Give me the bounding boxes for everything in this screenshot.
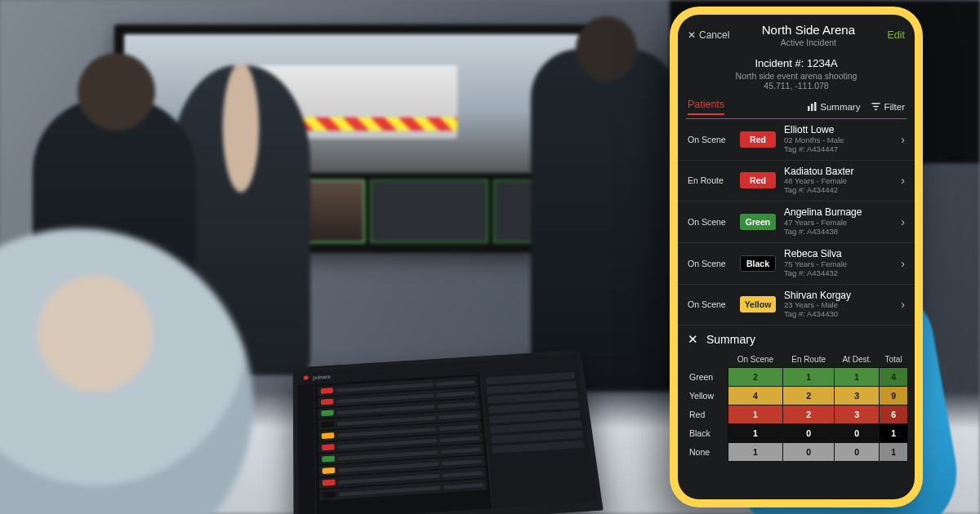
patient-name: Elliott Lowe xyxy=(784,125,893,136)
summary-cell: 4 xyxy=(880,368,908,387)
patient-tag-id: Tag #: A434430 xyxy=(784,310,893,319)
summary-cell: 1 xyxy=(880,424,908,443)
summary-row: Black1001 xyxy=(684,424,908,443)
patient-info: Angelina Burnage47 Years - FemaleTag #: … xyxy=(784,207,893,237)
summary-col-header: Total xyxy=(880,352,908,368)
patient-row[interactable]: On SceneGreenAngelina Burnage47 Years - … xyxy=(678,202,915,243)
cancel-label: Cancel xyxy=(699,29,729,41)
summary-row: None1001 xyxy=(684,443,908,462)
summary-label: Summary xyxy=(820,102,860,112)
chevron-right-icon: › xyxy=(901,174,905,187)
summary-cell: 1 xyxy=(782,368,834,387)
edit-button[interactable]: Edit xyxy=(887,29,905,41)
tab-bar: Patients Summary Filter xyxy=(678,99,915,118)
summary-row: Yellow4239 xyxy=(684,387,908,405)
filter-button[interactable]: Filter xyxy=(871,102,905,113)
summary-cell: 6 xyxy=(880,405,908,424)
patient-status: On Scene xyxy=(688,299,732,309)
patient-info: Shirvan Korgay23 Years - MaleTag #: A434… xyxy=(784,290,893,320)
summary-cell: 1 xyxy=(835,368,880,387)
triage-tag: Red xyxy=(740,172,776,188)
patient-name: Shirvan Korgay xyxy=(784,290,893,302)
screen-header: ✕ Cancel North Side Arena Active Inciden… xyxy=(678,15,915,52)
svg-rect-2 xyxy=(814,102,817,111)
patient-status: En Route xyxy=(688,175,732,185)
summary-col-header: En Route xyxy=(782,352,834,368)
summary-cell: 0 xyxy=(835,443,880,462)
summary-row-label: Green xyxy=(684,368,728,387)
summary-cell: 0 xyxy=(782,443,834,462)
brand-dot-icon xyxy=(304,375,309,379)
patient-list[interactable]: On SceneRedElliott Lowe02 Months - MaleT… xyxy=(678,119,915,326)
laptop-sidebar xyxy=(297,384,316,514)
patient-row[interactable]: On SceneBlackRebeca Silva75 Years - Fema… xyxy=(678,243,915,285)
bar-chart-icon xyxy=(808,102,817,113)
patient-detail: 75 Years - Female xyxy=(784,260,893,269)
patient-tag-id: Tag #: A434432 xyxy=(784,269,893,278)
chevron-right-icon: › xyxy=(901,133,905,146)
summary-cell: 1 xyxy=(728,443,782,462)
tab-patients[interactable]: Patients xyxy=(688,99,724,115)
cancel-button[interactable]: ✕ Cancel xyxy=(688,29,729,41)
laptop-brand-label: pulsara xyxy=(313,374,331,379)
patient-row[interactable]: En RouteRedKadiatou Baxter48 Years - Fem… xyxy=(678,161,915,202)
incident-description: North side event arena shooting xyxy=(684,71,908,81)
summary-cell: 4 xyxy=(728,387,782,405)
mobile-app-screen: ✕ Cancel North Side Arena Active Inciden… xyxy=(678,15,915,499)
patient-status: On Scene xyxy=(688,135,732,144)
incident-number: Incident #: 1234A xyxy=(684,57,908,69)
triage-tag: Black xyxy=(740,255,776,272)
summary-row-label: Black xyxy=(684,424,728,443)
summary-cell: 1 xyxy=(880,443,908,462)
page-title: North Side Arena xyxy=(762,23,855,37)
chevron-right-icon: › xyxy=(901,257,905,270)
laptop-detail-panel xyxy=(479,368,597,509)
summary-title: Summary xyxy=(706,333,755,346)
summary-cell: 1 xyxy=(728,405,782,424)
summary-button[interactable]: Summary xyxy=(808,102,860,113)
close-summary-button[interactable]: ✕ xyxy=(688,332,698,347)
person-silhouette xyxy=(531,49,678,392)
filter-label: Filter xyxy=(884,102,905,112)
patient-status: On Scene xyxy=(688,259,732,268)
patient-row[interactable]: On SceneRedElliott Lowe02 Months - MaleT… xyxy=(678,119,915,161)
summary-cell: 9 xyxy=(880,387,908,405)
patient-tag-id: Tag #: A434438 xyxy=(784,228,893,237)
chevron-right-icon: › xyxy=(901,215,905,228)
patient-info: Kadiatou Baxter48 Years - FemaleTag #: A… xyxy=(784,166,893,196)
summary-cell: 2 xyxy=(782,405,834,424)
summary-table: On SceneEn RouteAt Dest.Total Green2114Y… xyxy=(684,352,908,462)
patient-tag-id: Tag #: A434447 xyxy=(784,145,893,154)
summary-row-label: Yellow xyxy=(684,387,728,405)
filter-icon xyxy=(871,102,880,113)
svg-rect-0 xyxy=(808,106,810,111)
close-icon: ✕ xyxy=(688,29,696,41)
patient-name: Kadiatou Baxter xyxy=(784,166,893,178)
summary-cell: 1 xyxy=(728,424,782,443)
mobile-device: ✕ Cancel North Side Arena Active Inciden… xyxy=(670,7,923,507)
svg-rect-1 xyxy=(811,104,813,111)
incident-info: Incident #: 1234A North side event arena… xyxy=(678,52,915,99)
patient-tag-id: Tag #: A434442 xyxy=(784,186,893,195)
summary-row: Red1236 xyxy=(684,405,908,424)
triage-tag: Green xyxy=(740,214,776,230)
summary-cell: 3 xyxy=(835,387,880,405)
chevron-right-icon: › xyxy=(901,298,905,311)
patient-name: Angelina Burnage xyxy=(784,207,893,219)
triage-tag: Red xyxy=(740,131,776,148)
summary-row: Green2114 xyxy=(684,368,908,387)
summary-panel-header: ✕ Summary xyxy=(678,326,915,352)
summary-row-label: Red xyxy=(684,405,728,424)
patient-row[interactable]: On SceneYellowShirvan Korgay23 Years - M… xyxy=(678,285,915,326)
patient-name: Rebeca Silva xyxy=(784,249,893,260)
laptop-screen: pulsara xyxy=(293,350,604,514)
summary-col-header: On Scene xyxy=(728,352,782,368)
summary-row-label: None xyxy=(684,443,728,462)
laptop-patient-list xyxy=(314,374,492,514)
incident-coordinates: 45.711, -111.078 xyxy=(684,81,908,91)
patient-status: On Scene xyxy=(688,217,732,227)
triage-tag: Yellow xyxy=(740,296,776,312)
summary-col-header: At Dest. xyxy=(835,352,880,368)
summary-cell: 2 xyxy=(782,387,834,405)
summary-cell: 2 xyxy=(728,368,782,387)
